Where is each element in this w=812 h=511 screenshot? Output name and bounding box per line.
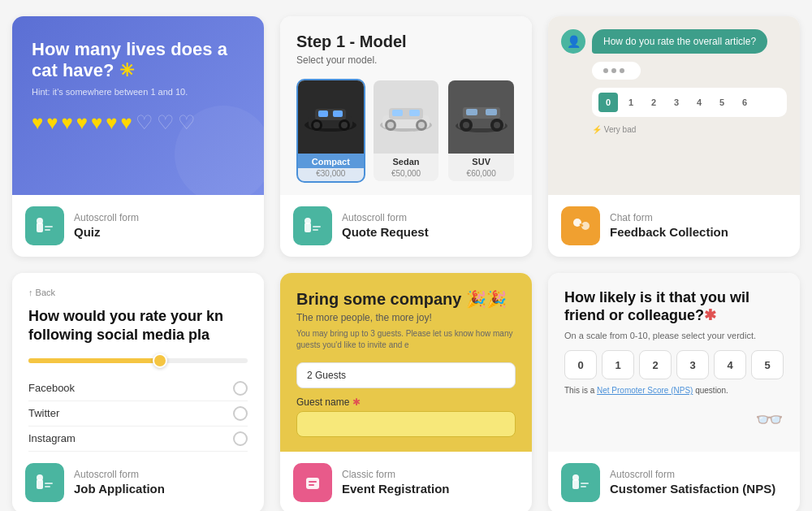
svg-point-11 (313, 122, 320, 128)
instagram-label: Instagram (28, 432, 76, 444)
event-form-type: Classic form (342, 469, 450, 480)
cards-grid: How many lives does a cat have? ✳ Hint: … (12, 16, 800, 511)
nps-glasses-icon: 👓 (564, 406, 784, 433)
car-options: Compact €30,000 Sedan €50,000 (296, 79, 516, 183)
instagram-radio[interactable] (233, 431, 248, 446)
rating-0[interactable]: 0 (598, 93, 618, 112)
heart-10: ♡ (178, 111, 196, 134)
svg-point-39 (37, 474, 43, 481)
svg-point-1 (37, 218, 43, 224)
card-event[interactable]: Bring some company 🎉🎉 The more people, t… (280, 273, 532, 511)
svg-rect-7 (318, 110, 328, 117)
quote-footer-text: Autoscroll form Quote Request (342, 212, 429, 240)
job-preview-container: ↑ Back How would you rate your kn follow… (12, 273, 264, 452)
event-subtitle: The more people, the more joy! (296, 312, 516, 323)
job-form-type: Autoscroll form (74, 469, 165, 480)
rating-2[interactable]: 2 (644, 93, 663, 112)
quiz-hint: Hint: it's somewhere between 1 and 10. (32, 87, 244, 97)
rating-6[interactable]: 6 (735, 93, 754, 112)
nps-footer: Autoscroll form Customer Satisfaction (N… (548, 452, 800, 511)
car-compact-price: €30,000 (298, 168, 364, 181)
job-form-name: Job Application (74, 482, 165, 496)
svg-point-20 (387, 122, 394, 128)
svg-point-30 (494, 122, 500, 128)
nps-grid[interactable]: 0 1 2 3 4 5 (564, 350, 784, 379)
rating-3[interactable]: 3 (667, 93, 686, 112)
heart-6: ♥ (106, 111, 117, 134)
nps-note: This is a Net Promoter Score (NPS) quest… (564, 386, 784, 395)
chat-avatar: 👤 (561, 29, 585, 54)
nps-required: ✱ (704, 307, 716, 323)
nps-3[interactable]: 3 (676, 350, 709, 379)
car-suv[interactable]: SUV €60,000 (447, 79, 516, 183)
nps-1[interactable]: 1 (602, 350, 634, 379)
twitter-radio[interactable] (233, 406, 248, 421)
chat-bubble: How do you rate the overall article? (592, 29, 767, 54)
quote-footer: Autoscroll form Quote Request (280, 195, 532, 257)
back-link[interactable]: ↑ Back (28, 288, 248, 297)
social-twitter[interactable]: Twitter (28, 401, 248, 427)
car-compact[interactable]: Compact €30,000 (296, 79, 365, 183)
nps-form-type: Autoscroll form (610, 469, 775, 480)
card-feedback[interactable]: 👤 How do you rate the overall article? 0… (548, 16, 800, 257)
quiz-form-type: Autoscroll form (74, 212, 139, 223)
rating-row[interactable]: 0 1 2 3 4 5 6 (592, 88, 787, 117)
event-select[interactable]: 2 Guests (296, 362, 516, 388)
car-sedan[interactable]: Sedan €50,000 (372, 79, 441, 183)
heart-1: ♥ (32, 111, 43, 134)
nps-4[interactable]: 4 (714, 350, 746, 379)
svg-rect-3 (45, 229, 50, 231)
rating-4[interactable]: 4 (689, 93, 709, 112)
nps-footer-text: Autoscroll form Customer Satisfaction (N… (610, 469, 775, 496)
car-compact-label: Compact (298, 154, 364, 168)
required-star: ✱ (352, 396, 361, 408)
quiz-form-name: Quiz (74, 225, 139, 240)
nps-form-name: Customer Satisfaction (NPS) (610, 482, 775, 496)
svg-rect-47 (581, 483, 589, 484)
feedback-icon (561, 206, 600, 245)
nps-0[interactable]: 0 (564, 350, 597, 379)
card-quote[interactable]: Step 1 - Model Select your model. Compac… (280, 16, 532, 257)
svg-rect-25 (466, 109, 477, 115)
car-sedan-price: €50,000 (374, 168, 439, 181)
svg-rect-34 (313, 229, 318, 231)
facebook-radio[interactable] (233, 381, 248, 396)
svg-point-12 (341, 122, 348, 128)
event-footer-text: Classic form Event Registration (342, 469, 450, 496)
quote-step-title: Step 1 - Model (296, 32, 516, 51)
event-form-name: Event Registration (342, 482, 450, 496)
nps-5[interactable]: 5 (751, 350, 784, 379)
feedback-preview: 👤 How do you rate the overall article? 0… (548, 16, 800, 195)
feedback-footer: Chat form Feedback Collection (548, 195, 800, 257)
card-quiz[interactable]: How many lives does a cat have? ✳ Hint: … (12, 16, 264, 257)
heart-2: ♥ (46, 111, 58, 134)
nps-2[interactable]: 2 (639, 350, 672, 379)
svg-rect-42 (306, 478, 319, 489)
social-facebook[interactable]: Facebook (28, 376, 248, 401)
social-instagram[interactable]: Instagram (28, 427, 248, 452)
job-question: How would you rate your kn following soc… (28, 307, 248, 345)
slider-fill (28, 358, 160, 363)
quote-preview: Step 1 - Model Select your model. Compac… (280, 16, 532, 195)
rating-1[interactable]: 1 (621, 93, 641, 112)
svg-rect-8 (333, 110, 343, 117)
nps-preview-container: How likely is it that you wil friend or … (548, 273, 800, 452)
rating-label: ⚡ Very bad (592, 125, 787, 134)
svg-point-35 (573, 219, 581, 227)
chat-row: 👤 How do you rate the overall article? (561, 29, 787, 54)
quiz-icon (25, 206, 64, 245)
svg-rect-2 (45, 226, 53, 227)
nps-link[interactable]: Net Promoter Score (NPS) (597, 386, 693, 395)
svg-rect-17 (409, 110, 420, 116)
slider-bar[interactable] (28, 358, 248, 363)
quote-form-name: Quote Request (342, 225, 429, 240)
event-guest-input[interactable] (296, 411, 516, 437)
event-guest-label: Guest name ✱ (296, 396, 516, 408)
card-job[interactable]: ↑ Back How would you rate your kn follow… (12, 273, 264, 511)
card-nps[interactable]: How likely is it that you wil friend or … (548, 273, 800, 511)
quote-icon (293, 206, 332, 245)
chat-typing (592, 62, 641, 80)
rating-5[interactable]: 5 (712, 93, 732, 112)
quiz-asterisk: ✳ (119, 60, 134, 80)
job-icon (25, 463, 64, 502)
